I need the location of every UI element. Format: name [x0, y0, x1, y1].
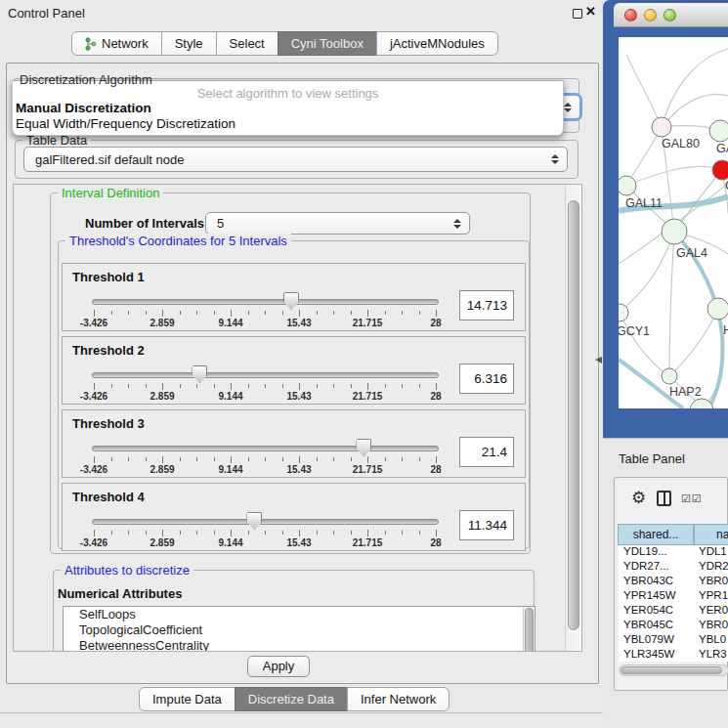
cell-shared-name[interactable]: YDL19...: [619, 545, 696, 560]
numerical-attributes-list[interactable]: SelfLoopsTopologicalCoefficientBetweenne…: [63, 606, 535, 652]
cell-name[interactable]: YER0: [696, 604, 728, 619]
horizontal-scrollbar[interactable]: [619, 664, 728, 676]
network-node-gal11[interactable]: [619, 176, 636, 195]
network-canvas[interactable]: GAL80GACGAL11GAL4GCY1HHAP2: [619, 37, 728, 408]
mac-close-icon[interactable]: [624, 9, 637, 21]
apply-button[interactable]: Apply: [247, 656, 310, 677]
checkbox-icons[interactable]: ☑☑: [681, 492, 703, 505]
slider-tick: [436, 310, 437, 317]
node-label: GAL80: [662, 137, 700, 150]
slider-tick: [111, 311, 112, 315]
slider-tick: [282, 457, 283, 461]
slider-thumb[interactable]: [356, 439, 371, 456]
vertical-scrollbar-thumb[interactable]: [568, 200, 579, 630]
attribute-item[interactable]: SelfLoops: [64, 607, 535, 622]
table-row[interactable]: YLR345WYLR3: [619, 648, 728, 662]
cell-shared-name[interactable]: YLR345W: [619, 648, 696, 662]
threshold-slider[interactable]: [92, 519, 439, 525]
threshold-value-field[interactable]: 14.713: [459, 290, 514, 321]
network-node-hap2[interactable]: [662, 368, 677, 384]
slider-tick: [162, 310, 163, 317]
network-node[interactable]: [690, 399, 713, 408]
network-node-gal80[interactable]: [652, 117, 671, 137]
cell-name[interactable]: YDL1: [696, 545, 727, 560]
number-of-intervals-select[interactable]: 5: [205, 212, 470, 235]
tab-network[interactable]: Network: [71, 31, 162, 56]
cell-name[interactable]: YLR3: [696, 648, 727, 662]
threshold-value-field[interactable]: 21.4: [459, 437, 514, 467]
mac-zoom-icon[interactable]: [664, 9, 676, 21]
network-node-gal4[interactable]: [662, 219, 687, 244]
threshold-value-field[interactable]: 11.344: [459, 510, 514, 540]
attribute-item[interactable]: BetweennessCentrality: [64, 638, 535, 652]
slider-tick: [180, 311, 181, 315]
combo-arrows-icon: [551, 154, 559, 164]
table-row[interactable]: YPR145WYPR1: [619, 589, 728, 604]
threshold-value-field[interactable]: 6.316: [459, 364, 514, 394]
discretization-algorithm-label: Discretization Algorithm: [20, 72, 152, 87]
threshold-slider[interactable]: [92, 299, 439, 305]
cell-shared-name[interactable]: YBR045C: [619, 619, 696, 633]
table-row[interactable]: YDR27...YDR2: [619, 560, 728, 575]
slider-tick: [282, 311, 283, 315]
cell-name[interactable]: YBR0: [696, 619, 728, 633]
dropdown-option-equal-width-frequency[interactable]: Equal Width/Frequency Discretization: [16, 116, 236, 131]
network-node-h[interactable]: [707, 298, 728, 320]
cell-shared-name[interactable]: YDR27...: [619, 560, 696, 575]
cell-shared-name[interactable]: YBR043C: [619, 575, 696, 589]
slider-tick: [265, 311, 266, 315]
column-layout-icon[interactable]: [657, 491, 671, 506]
tab-select[interactable]: Select: [216, 31, 278, 56]
slider-tick: [180, 384, 181, 388]
threshold-slider[interactable]: [92, 372, 439, 378]
cell-name[interactable]: YBL0: [696, 633, 726, 648]
table-row[interactable]: YBR045CYBR0: [619, 619, 728, 633]
vertical-scrollbar[interactable]: [565, 185, 581, 651]
dropdown-prompt: Select algorithm to view settings: [13, 86, 563, 101]
list-scrollbar-thumb[interactable]: [525, 608, 534, 652]
slider-tick-label: -3.426: [80, 464, 107, 475]
table-row[interactable]: YBR043CYBR0: [619, 575, 728, 589]
table-row[interactable]: YER054CYER0: [619, 604, 728, 619]
cell-name[interactable]: YPR1: [696, 589, 728, 604]
network-node-ga[interactable]: [709, 120, 728, 142]
mac-minimize-icon[interactable]: [644, 9, 657, 21]
slider-tick: [282, 531, 283, 535]
list-scrollbar[interactable]: [523, 607, 535, 652]
close-icon[interactable]: ✕: [585, 4, 596, 19]
threshold-slider[interactable]: [92, 446, 439, 451]
slider-thumb[interactable]: [283, 292, 299, 310]
network-node-c[interactable]: [712, 160, 728, 180]
tab-style[interactable]: Style: [161, 31, 217, 56]
tab-label: Impute Data: [152, 692, 222, 707]
dropdown-option-manual-discretization[interactable]: Manual Discretization: [16, 101, 151, 115]
slider-tick: [317, 531, 318, 535]
table-data-select[interactable]: galFiltered.sif default node: [23, 147, 568, 172]
table-row[interactable]: YBL079WYBL0: [619, 633, 728, 648]
cell-name[interactable]: YBR0: [696, 575, 728, 589]
cell-shared-name[interactable]: YER054C: [619, 604, 696, 619]
slider-tick-label: 21.715: [353, 391, 383, 402]
attribute-item[interactable]: TopologicalCoefficient: [64, 622, 535, 638]
gear-icon[interactable]: ⚙: [631, 488, 646, 507]
column-header-shared[interactable]: shared...: [618, 524, 694, 545]
tab-impute-data[interactable]: Impute Data: [139, 687, 236, 711]
slider-thumb[interactable]: [246, 512, 262, 530]
threshold-panel: Threshold 2 6.316 -3.4262.8599.14415.432…: [62, 336, 526, 405]
thresholds-group: Threshold's Coordinates for 5 Intervals …: [58, 240, 530, 549]
column-header-name[interactable]: na: [694, 524, 728, 545]
mouse-cursor: [595, 357, 602, 364]
table-rows[interactable]: YDL19...YDL1YDR27...YDR2YBR043CYBR0YPR14…: [619, 545, 728, 662]
cell-shared-name[interactable]: YPR145W: [619, 589, 696, 604]
cell-shared-name[interactable]: YBL079W: [619, 633, 696, 648]
tab-infer-network[interactable]: Infer Network: [347, 687, 450, 711]
tab-jactivemnodules[interactable]: jActiveMNodules: [376, 31, 498, 56]
slider-thumb[interactable]: [192, 365, 207, 383]
horizontal-scrollbar-thumb[interactable]: [621, 666, 722, 674]
tab-cyni-toolbox[interactable]: Cyni Toolbox: [278, 31, 377, 56]
cell-name[interactable]: YDR2: [696, 560, 728, 575]
tab-discretize-data[interactable]: Discretize Data: [235, 687, 348, 711]
network-window-titlebar[interactable]: [614, 3, 728, 27]
table-row[interactable]: YDL19...YDL1: [619, 545, 728, 560]
float-window-icon[interactable]: [573, 9, 582, 19]
